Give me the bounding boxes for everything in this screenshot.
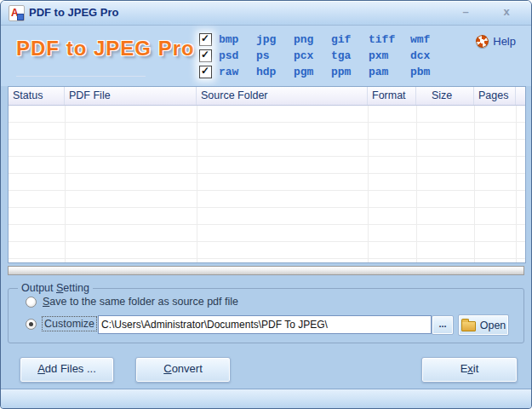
format-row-2: psd ps pcx tga pxm dcx bbox=[199, 48, 448, 64]
column-header-size[interactable]: Size bbox=[416, 87, 474, 105]
format-list: bmp jpg png gif tiff wmf psd ps pcx tga … bbox=[199, 32, 448, 80]
format-label: raw bbox=[219, 66, 256, 78]
format-label: pam bbox=[369, 66, 410, 78]
format-label: ps bbox=[256, 49, 294, 62]
format-label: png bbox=[294, 33, 331, 46]
folder-icon bbox=[461, 321, 476, 331]
pdf-app-icon: A bbox=[9, 5, 25, 21]
window-title: PDF to JPEG Pro bbox=[29, 6, 118, 19]
open-button-label: Open bbox=[480, 320, 506, 331]
radio-circle-selected[interactable] bbox=[26, 319, 37, 330]
file-list[interactable]: Status PDF File Source Folder Format Siz… bbox=[8, 86, 526, 263]
format-label: ppm bbox=[331, 66, 369, 78]
format-checkbox-1[interactable] bbox=[199, 33, 212, 46]
column-gridline bbox=[416, 106, 417, 262]
format-row-1: bmp jpg png gif tiff wmf bbox=[199, 32, 448, 48]
format-label: gif bbox=[331, 33, 369, 46]
title-bar[interactable]: A PDF to JPEG Pro – x bbox=[1, 1, 531, 26]
minimize-button[interactable]: – bbox=[453, 3, 478, 20]
radio-customize[interactable]: Customize bbox=[26, 317, 96, 331]
column-gridline bbox=[65, 106, 66, 262]
radio-save-same-folder[interactable]: Save to the same folder as source pdf fi… bbox=[26, 296, 238, 308]
convert-button[interactable]: Convert bbox=[135, 357, 231, 383]
column-header-pages[interactable]: Pages bbox=[474, 87, 516, 105]
format-label: dcx bbox=[410, 49, 448, 62]
open-folder-button[interactable]: Open bbox=[458, 314, 509, 336]
app-logo: PDF to JPEG Pro bbox=[16, 37, 195, 60]
logo-underline bbox=[16, 76, 146, 77]
help-icon bbox=[476, 35, 489, 48]
output-path-input[interactable] bbox=[98, 315, 432, 334]
column-gridline bbox=[368, 106, 369, 262]
column-header-status[interactable]: Status bbox=[9, 87, 65, 105]
column-header-format[interactable]: Format bbox=[368, 87, 416, 105]
browse-button[interactable]: ... bbox=[432, 315, 454, 335]
app-window: A PDF to JPEG Pro – x PDF to JPEG Pro bm… bbox=[0, 0, 532, 409]
exit-button[interactable]: Exit bbox=[421, 357, 518, 383]
format-label: hdp bbox=[256, 66, 294, 78]
output-setting-legend: Output Setting bbox=[18, 282, 93, 294]
format-label: tga bbox=[331, 49, 369, 62]
column-header-pdf-file[interactable]: PDF File bbox=[65, 87, 197, 105]
progress-bar bbox=[8, 266, 524, 275]
format-checkbox-3[interactable] bbox=[199, 66, 212, 78]
format-checkbox-2[interactable] bbox=[199, 49, 212, 62]
help-label: Help bbox=[493, 35, 516, 48]
radio-circle[interactable] bbox=[26, 297, 37, 308]
file-list-header: Status PDF File Source Folder Format Siz… bbox=[9, 87, 525, 106]
header-band: PDF to JPEG Pro bmp jpg png gif tiff wmf… bbox=[1, 26, 531, 86]
format-label: tiff bbox=[369, 33, 410, 46]
format-label: pxm bbox=[369, 49, 410, 62]
help-button[interactable]: Help bbox=[476, 35, 516, 48]
format-label: pgm bbox=[294, 66, 331, 78]
radio-save-label: Save to the same folder as source pdf fi… bbox=[43, 296, 238, 308]
format-label: pcx bbox=[294, 49, 331, 62]
format-label: jpg bbox=[256, 33, 294, 46]
column-header-source-folder[interactable]: Source Folder bbox=[197, 87, 368, 105]
window-bottom-frame bbox=[1, 389, 531, 409]
close-button[interactable]: x bbox=[494, 3, 519, 20]
radio-customize-label: Customize bbox=[43, 317, 96, 331]
output-setting-group: Output Setting Save to the same folder a… bbox=[8, 288, 524, 343]
format-row-3: raw hdp pgm ppm pam pbm bbox=[199, 64, 448, 80]
format-label: bmp bbox=[219, 33, 256, 46]
format-label: pbm bbox=[410, 66, 448, 78]
format-label: wmf bbox=[410, 33, 448, 46]
column-gridline bbox=[516, 106, 517, 262]
column-gridline bbox=[474, 106, 475, 262]
format-label: psd bbox=[219, 49, 256, 62]
file-list-body[interactable] bbox=[9, 106, 525, 262]
add-files-button[interactable]: Add Files ... bbox=[20, 357, 114, 383]
column-gridline bbox=[197, 106, 197, 262]
